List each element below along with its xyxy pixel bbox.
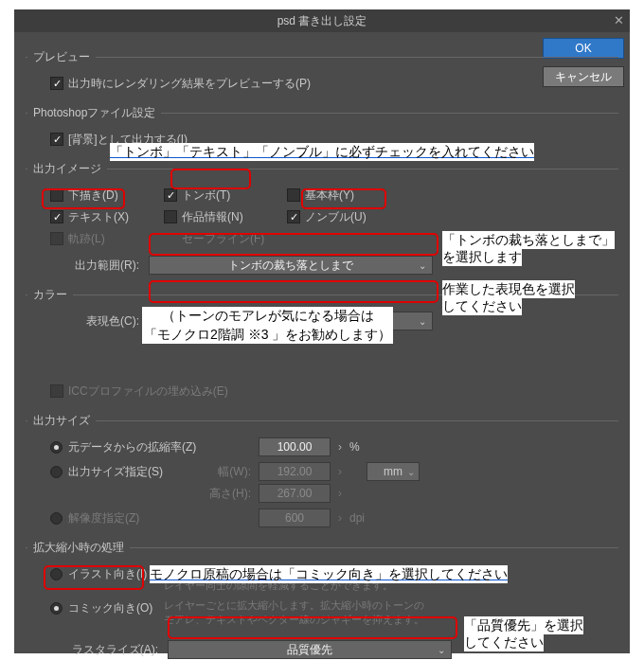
output-size-legend: 出力サイズ	[27, 413, 96, 429]
width-label: 幅(W):	[202, 464, 259, 480]
height-input: 267.00	[259, 484, 331, 503]
chevron-down-icon: ⌄	[419, 260, 426, 271]
annotation-raster1: 「品質優先」を選択	[464, 616, 583, 634]
rasterize-dropdown[interactable]: 品質優先⌄	[168, 640, 452, 659]
annotation-moire: （トーンのモアレが気になる場合は 「モノクロ2階調 ※3 」をお勧めします）	[142, 307, 393, 344]
nombre-checkbox[interactable]: ノンブル(U)	[287, 209, 401, 225]
chevron-down-icon: ⌄	[438, 645, 445, 655]
chevron-down-icon: ⌄	[419, 316, 426, 327]
stepper-icon[interactable]: ›	[331, 440, 349, 454]
ratio-input[interactable]: 100.00	[259, 437, 331, 456]
tombo-checkbox[interactable]: トンボ(T)	[164, 187, 287, 204]
rasterize-label: ラスタライズ(A):	[26, 642, 168, 658]
dialog-title: psd 書き出し設定	[277, 13, 367, 29]
text-checkbox[interactable]: テキスト(X)	[50, 209, 164, 225]
output-range-dropdown[interactable]: トンボの裁ち落としまで⌄	[149, 256, 433, 275]
output-image-legend: 出力イメージ	[27, 161, 107, 177]
color-legend: カラー	[27, 287, 73, 303]
output-range-label: 出力範囲(R):	[26, 258, 149, 274]
track-checkbox: 軌跡(L)	[50, 231, 164, 247]
chevron-down-icon: ⌄	[407, 467, 415, 477]
color-group: カラー 表現色(C): グレースケール⌄ ICCプロファイルの埋め込み(E)	[26, 287, 618, 403]
annotation-range2: を選択します	[442, 248, 522, 266]
safeline-label: セーフライン(F)	[164, 231, 287, 247]
scale-process-legend: 拡大縮小時の処理	[27, 540, 130, 556]
info-checkbox[interactable]: 作品情報(N)	[164, 209, 287, 225]
stepper-icon: ›	[331, 465, 349, 478]
preview-legend: プレビュー	[27, 49, 96, 65]
size-spec-radio[interactable]: 出力サイズ指定(S)	[50, 464, 202, 480]
annotation-comic: モノクロ原稿の場合は「コミック向き」を選択してください	[150, 565, 508, 583]
photoshop-legend: Photoshopファイル設定	[27, 105, 161, 121]
stepper-icon: ›	[331, 487, 349, 500]
annotation-range1: 「トンボの裁ち落としまで」	[442, 231, 615, 249]
annotation-top: 「トンボ」「テキスト」「ノンブル」に必ずチェックを入れてください	[110, 143, 534, 161]
illust-radio[interactable]: イラスト向き(I)	[50, 566, 164, 582]
draft-checkbox[interactable]: 下描き(D)	[50, 187, 164, 204]
height-label: 高さ(H):	[202, 486, 259, 502]
basic-frame-checkbox[interactable]: 基本枠(Y)	[287, 187, 401, 204]
close-icon[interactable]: ✕	[614, 13, 624, 27]
output-size-group: 出力サイズ 元データからの拡縮率(Z) 100.00 › % 出力サイズ指定(S…	[26, 413, 618, 530]
annotation-expr2: してください	[442, 297, 522, 315]
resolution-input: 600	[259, 508, 331, 527]
annotation-expr1: 作業した表現色を選択	[442, 280, 575, 298]
expression-color-label: 表現色(C):	[26, 313, 149, 330]
preview-render-checkbox[interactable]: 出力時にレンダリング結果をプレビューする(P)	[50, 76, 311, 92]
width-input: 192.00	[259, 462, 331, 481]
annotation-raster2: してください	[464, 633, 544, 651]
resolution-radio[interactable]: 解像度指定(Z)	[50, 510, 259, 526]
output-image-group: 出力イメージ 下描き(D) トンボ(T) 基本枠(Y) テキスト(X) 作品情報…	[26, 161, 618, 277]
preview-group: プレビュー 出力時にレンダリング結果をプレビューする(P)	[26, 49, 618, 96]
unit-dropdown[interactable]: mm⌄	[367, 462, 420, 481]
icc-profile-checkbox: ICCプロファイルの埋め込み(E)	[50, 384, 228, 400]
titlebar: psd 書き出し設定 ✕	[14, 9, 630, 32]
stepper-icon: ›	[331, 511, 349, 525]
comic-radio[interactable]: コミック向き(O)	[50, 600, 164, 616]
ratio-radio[interactable]: 元データからの拡縮率(Z)	[50, 439, 259, 455]
